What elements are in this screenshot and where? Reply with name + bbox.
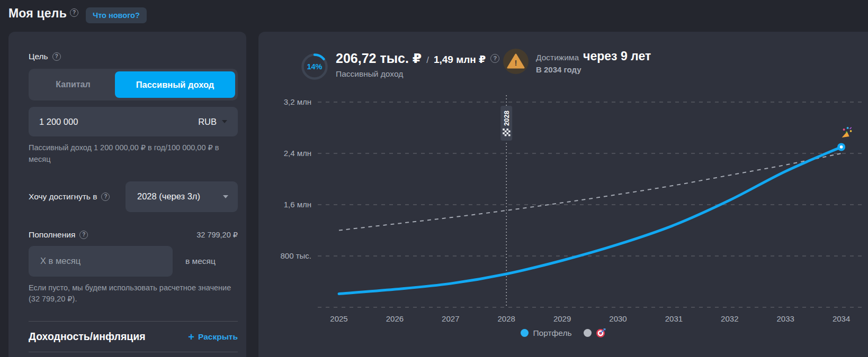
chart-legend: Портфель bbox=[258, 328, 868, 338]
warning-badge: ! bbox=[503, 49, 529, 74]
goal-progress-ring: 14% bbox=[301, 53, 328, 80]
reach-year-select[interactable]: 2028 (через 3л) bbox=[126, 181, 238, 212]
x-tick-label: 2032 bbox=[721, 314, 738, 323]
help-icon[interactable]: ? bbox=[79, 231, 88, 239]
target-year-flag: 2028 bbox=[500, 106, 512, 141]
goal-amount-field: RUB bbox=[29, 107, 238, 136]
achievability-line: Достижима через 9 лет bbox=[536, 49, 651, 63]
reach-year-row: Хочу достигнуть в ? 2028 (через 3л) bbox=[29, 181, 238, 212]
checkered-flag-icon bbox=[508, 134, 511, 136]
chevron-down-icon bbox=[222, 120, 227, 123]
y-tick-label: 3,2 млн bbox=[284, 97, 311, 106]
goal-line bbox=[339, 153, 842, 231]
x-tick-label: 2031 bbox=[665, 314, 683, 323]
x-tick-label: 2028 bbox=[498, 314, 515, 323]
achievable-label: Достижима bbox=[536, 53, 579, 62]
x-tick-label: 2025 bbox=[330, 314, 347, 323]
legend-item-goal[interactable] bbox=[584, 328, 606, 338]
goal-type-tabs: Капитал Пассивный доход bbox=[29, 69, 238, 100]
chart-plot[interactable]: 3,2 млн2,4 млн1,6 млн800 тыс.20252026202… bbox=[258, 95, 868, 331]
x-tick-label: 2033 bbox=[777, 314, 794, 323]
topup-hint: Если пусто, мы будем использовать расчет… bbox=[29, 282, 238, 306]
expand-returns-button[interactable]: + Раскрыть bbox=[188, 332, 238, 342]
goal-settings-panel: Цель ? Капитал Пассивный доход RUB Пасси… bbox=[8, 32, 246, 357]
topup-label: Пополнения bbox=[29, 230, 75, 240]
svg-text:!: ! bbox=[515, 58, 517, 67]
x-tick-label: 2027 bbox=[442, 314, 459, 323]
y-tick-label: 800 тыс. bbox=[280, 251, 311, 260]
checkered-flag-icon bbox=[503, 129, 505, 131]
confetti-icon bbox=[842, 127, 852, 138]
achievable-year: В 2034 году bbox=[536, 65, 651, 74]
current-income-value: 206,72 тыс. ₽ bbox=[336, 51, 422, 66]
separator: / bbox=[426, 55, 429, 66]
currency-select[interactable]: RUB bbox=[198, 117, 227, 127]
progress-percent: 14% bbox=[301, 53, 328, 80]
goal-label: Цель bbox=[29, 52, 48, 61]
page-title: Моя цель? bbox=[8, 6, 78, 21]
checkered-flag-icon bbox=[505, 134, 507, 136]
legend-item-portfolio[interactable]: Портфель bbox=[521, 328, 571, 338]
topup-input-row: в месяц bbox=[29, 246, 238, 277]
returns-section-title: Доходность/инфляция bbox=[29, 331, 146, 343]
goal-label-row: Цель ? bbox=[29, 52, 238, 61]
returns-section-row: Доходность/инфляция + Раскрыть bbox=[29, 322, 238, 352]
expand-label: Раскрыть bbox=[198, 332, 238, 342]
plus-icon: + bbox=[188, 332, 194, 342]
reach-year-value: 2028 (через 3л) bbox=[137, 191, 200, 202]
x-tick-label: 2034 bbox=[833, 314, 850, 323]
y-tick-label: 2,4 млн bbox=[284, 149, 311, 158]
page-header: Моя цель? Что нового? bbox=[8, 6, 147, 23]
checkered-flag-icon bbox=[503, 132, 505, 134]
portfolio-dot-icon bbox=[521, 329, 529, 337]
help-icon[interactable]: ? bbox=[52, 52, 61, 61]
x-tick-label: 2026 bbox=[386, 314, 404, 323]
income-kpi-block: 206,72 тыс. ₽ / 1,49 млн ₽ ? в год Пасси… bbox=[336, 51, 523, 79]
help-icon[interactable]: ? bbox=[70, 8, 78, 17]
warning-icon: ! bbox=[507, 53, 525, 69]
achievability-block: Достижима через 9 лет В 2034 году bbox=[536, 49, 651, 74]
checkered-flag-icon bbox=[506, 129, 508, 131]
forecast-chart-panel: 14% 206,72 тыс. ₽ / 1,49 млн ₽ ? в год П… bbox=[258, 32, 868, 357]
income-kpi-line: 206,72 тыс. ₽ / 1,49 млн ₽ ? в год bbox=[336, 51, 523, 66]
reach-label: Хочу достигнуть в bbox=[29, 192, 97, 202]
divider bbox=[29, 352, 238, 352]
end-point-marker-core bbox=[840, 145, 843, 149]
chevron-down-icon bbox=[223, 195, 228, 198]
checkered-flag-icon bbox=[505, 131, 507, 133]
help-icon[interactable]: ? bbox=[101, 193, 110, 201]
goal-dot-icon bbox=[584, 329, 592, 337]
topup-label-row: Пополнения ? 32 799,20 ₽ bbox=[29, 230, 238, 240]
target-income-value: 1,49 млн ₽ bbox=[434, 53, 486, 66]
help-icon[interactable]: ? bbox=[490, 54, 499, 63]
tab-passive-income[interactable]: Пассивный доход bbox=[115, 71, 235, 98]
tab-capital[interactable]: Капитал bbox=[31, 71, 115, 98]
topup-calculated-value: 32 799,20 ₽ bbox=[196, 231, 238, 239]
checkered-flag-icon bbox=[508, 131, 511, 133]
whats-new-button[interactable]: Что нового? bbox=[86, 7, 147, 23]
target-icon bbox=[596, 328, 606, 338]
topup-input[interactable] bbox=[29, 246, 173, 277]
topup-suffix: в месяц bbox=[185, 257, 216, 266]
page-title-text: Моя цель bbox=[8, 6, 67, 20]
income-kpi-subtitle: Пассивный доход bbox=[336, 69, 523, 79]
reach-label-row: Хочу достигнуть в ? bbox=[29, 192, 110, 202]
checkered-flag-icon bbox=[506, 132, 508, 134]
x-tick-label: 2030 bbox=[609, 314, 627, 323]
target-year-label: 2028 bbox=[503, 111, 511, 126]
legend-label-portfolio: Портфель bbox=[533, 328, 571, 338]
goal-amount-hint: Пассивный доход 1 200 000,00 ₽ в год/100… bbox=[29, 142, 238, 166]
goal-amount-input[interactable] bbox=[39, 117, 198, 127]
achievable-value: через 9 лет bbox=[583, 49, 651, 63]
topup-label-wrap: Пополнения ? bbox=[29, 230, 88, 240]
x-tick-label: 2029 bbox=[553, 314, 571, 323]
y-tick-label: 1,6 млн bbox=[284, 200, 311, 209]
currency-code: RUB bbox=[198, 117, 217, 127]
